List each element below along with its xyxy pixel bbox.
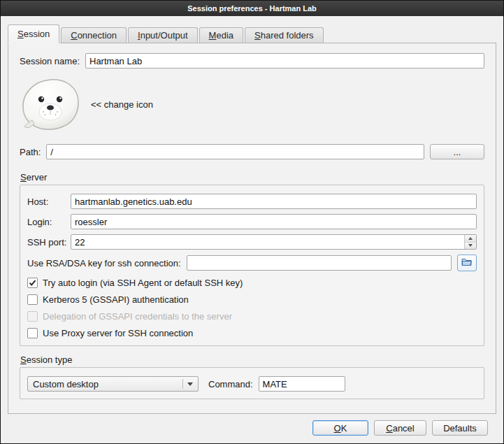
kerberos-label: Kerberos 5 (GSSAPI) authentication [43, 294, 189, 305]
cancel-button[interactable]: Cancel [374, 420, 426, 436]
ok-button[interactable]: OK [312, 420, 368, 436]
folder-open-icon [461, 257, 473, 268]
login-input[interactable] [71, 214, 477, 229]
command-label: Command: [208, 379, 253, 389]
ssh-port-spinbox [71, 234, 477, 250]
host-input[interactable] [71, 194, 477, 209]
dialog-content: Session Connection Input/Output Media Sh… [1, 16, 503, 443]
button-row: OK Cancel Defaults [8, 414, 496, 443]
rsa-key-input[interactable] [187, 255, 452, 271]
tab-connection[interactable]: Connection [61, 27, 127, 43]
auto-login-checkbox[interactable]: Try auto login (via SSH Agent or default… [27, 278, 477, 288]
checkbox-unchecked-icon[interactable] [27, 294, 38, 305]
kerberos-checkbox[interactable]: Kerberos 5 (GSSAPI) authentication [27, 294, 477, 305]
defaults-button[interactable]: Defaults [432, 420, 488, 436]
session-type-groupbox: Custom desktop Command: [20, 367, 484, 399]
ssh-port-input[interactable] [71, 235, 464, 249]
chevron-down-icon [187, 382, 193, 386]
session-type-dropdown[interactable]: Custom desktop [27, 376, 199, 392]
tab-input-output[interactable]: Input/Output [128, 27, 198, 43]
checkbox-unchecked-icon[interactable] [27, 328, 38, 338]
session-preferences-dialog: Session preferences - Hartman Lab Sessio… [0, 0, 504, 444]
spin-up-icon[interactable] [465, 235, 476, 242]
gssapi-delegation-label: Delegation of GSSAPI credentials to the … [43, 311, 232, 322]
session-name-input[interactable] [85, 53, 484, 69]
dropdown-selected-value: Custom desktop [33, 379, 180, 389]
rsa-key-browse-button[interactable] [457, 255, 477, 271]
checkbox-disabled-icon [27, 311, 38, 322]
proxy-checkbox[interactable]: Use Proxy server for SSH connection [27, 328, 477, 338]
gssapi-delegation-checkbox: Delegation of GSSAPI credentials to the … [27, 311, 477, 322]
dropdown-separator [182, 379, 183, 389]
tab-bar: Session Connection Input/Output Media Sh… [8, 24, 496, 43]
window-title: Session preferences - Hartman Lab [187, 4, 317, 13]
path-browse-button[interactable]: ... [430, 144, 484, 159]
tab-session[interactable]: Session [8, 24, 59, 43]
spin-buttons [464, 235, 476, 249]
tab-shared-folders[interactable]: Shared folders [245, 27, 324, 43]
session-type-group-label: Session type [20, 355, 484, 365]
change-icon-label: << change icon [91, 99, 153, 110]
server-groupbox: Host: Login: SSH port: [20, 185, 484, 346]
spin-down-icon[interactable] [465, 242, 476, 250]
path-input[interactable] [46, 144, 424, 159]
tab-media[interactable]: Media [199, 27, 243, 43]
rsa-key-label: Use RSA/DSA key for ssh connection: [27, 258, 181, 268]
ssh-port-label: SSH port: [27, 237, 71, 248]
command-input[interactable] [259, 376, 345, 392]
server-group-label: Server [20, 172, 484, 182]
session-tab-panel: Session name: [8, 43, 496, 414]
checkbox-checked-icon[interactable] [27, 278, 38, 288]
session-name-label: Session name: [20, 56, 80, 66]
proxy-label: Use Proxy server for SSH connection [43, 328, 193, 338]
path-label: Path: [20, 147, 41, 157]
auto-login-label: Try auto login (via SSH Agent or default… [43, 278, 243, 288]
titlebar[interactable]: Session preferences - Hartman Lab [1, 1, 503, 16]
session-seal-icon[interactable] [20, 77, 81, 131]
host-label: Host: [27, 196, 71, 207]
login-label: Login: [27, 217, 71, 227]
